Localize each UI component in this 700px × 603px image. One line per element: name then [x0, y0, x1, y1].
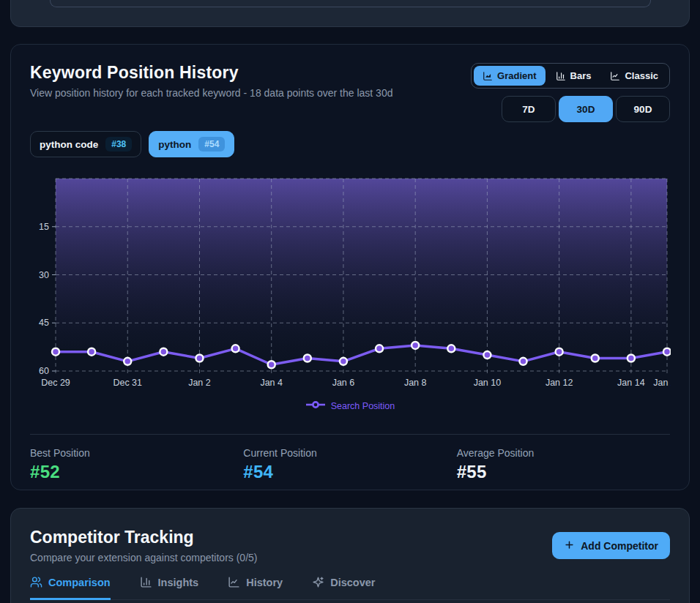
chart-data-point[interactable] — [304, 354, 311, 362]
page-subtitle: View position history for each tracked k… — [30, 87, 392, 99]
current-position-stat: Current Position #54 — [243, 447, 456, 482]
chart-data-point[interactable] — [232, 345, 239, 352]
keyword-chip-label: python — [158, 139, 191, 150]
position-stats-row: Best Position #52 Current Position #54 A… — [30, 447, 670, 482]
add-competitor-label: Add Competitor — [581, 540, 658, 552]
chart-data-point[interactable] — [592, 354, 599, 362]
competitor-card-heading: Competitor Tracking Compare your extensi… — [30, 528, 257, 563]
chart-data-point[interactable] — [520, 358, 527, 365]
x-axis-tick-label: Jan 2 — [188, 378, 211, 388]
range-90d-button[interactable]: 90D — [616, 96, 670, 122]
chart-data-point[interactable] — [52, 348, 59, 356]
tab-label: Comparison — [48, 577, 111, 588]
view-mode-toggle-group: Gradient Bars Classic — [471, 63, 670, 89]
legend-line-dot-icon — [305, 400, 326, 411]
y-axis-tick-label: 15 — [39, 222, 49, 232]
chart-data-point[interactable] — [376, 345, 383, 352]
x-axis-tick-label: Jan 8 — [404, 378, 427, 388]
keyword-chip-label: python code — [40, 139, 98, 150]
y-axis-tick-label: 60 — [39, 366, 49, 376]
top-partial-card — [10, 0, 690, 27]
x-axis-tick-label: Jan 14 — [617, 378, 645, 388]
competitor-tabs: Comparison Insights History Discover — [30, 576, 670, 600]
chart-data-point[interactable] — [160, 348, 167, 356]
tab-discover[interactable]: Discover — [312, 576, 375, 600]
stat-label: Best Position — [30, 447, 243, 459]
x-axis-tick-label: Jan 6 — [332, 378, 355, 388]
x-axis-tick-label: Jan 12 — [546, 378, 573, 388]
view-mode-gradient-button[interactable]: Gradient — [474, 66, 545, 86]
x-axis-tick-label: Dec 31 — [113, 378, 142, 388]
view-mode-label: Bars — [570, 70, 592, 81]
page-title: Keyword Position History — [30, 63, 392, 83]
stat-value: #52 — [30, 462, 243, 482]
chart-data-point[interactable] — [663, 348, 671, 356]
competitor-tracking-card: Competitor Tracking Compare your extensi… — [10, 508, 690, 603]
bar-chart-icon — [556, 71, 566, 81]
stat-label: Current Position — [243, 447, 456, 459]
chart-legend: Search Position — [30, 400, 670, 411]
stat-value: #55 — [457, 462, 670, 482]
chart-data-point[interactable] — [340, 358, 347, 365]
keyword-rank-badge: #38 — [105, 137, 132, 151]
chart-data-point[interactable] — [124, 358, 131, 365]
top-partial-card-inner-panel — [50, 0, 651, 7]
stat-label: Average Position — [457, 447, 670, 459]
range-7d-button[interactable]: 7D — [502, 96, 556, 122]
chart-data-point[interactable] — [447, 345, 455, 352]
view-mode-classic-button[interactable]: Classic — [601, 66, 667, 86]
view-mode-bars-button[interactable]: Bars — [547, 66, 600, 86]
keyword-chip-python-code[interactable]: python code #38 — [30, 131, 141, 157]
chart-data-point[interactable] — [628, 354, 635, 362]
line-chart-icon — [228, 576, 240, 588]
x-axis-tick-label: Jan 10 — [474, 378, 502, 388]
range-30d-button[interactable]: 30D — [559, 96, 613, 122]
x-axis-tick-label: Dec 29 — [41, 378, 70, 388]
keyword-card-heading: Keyword Position History View position h… — [30, 63, 392, 99]
line-chart-icon — [610, 71, 620, 81]
keyword-chips-row: python code #38 python #54 — [30, 131, 670, 157]
section-title: Competitor Tracking — [30, 528, 257, 547]
tab-comparison[interactable]: Comparison — [30, 576, 111, 600]
chart-data-point[interactable] — [268, 361, 275, 368]
tab-history[interactable]: History — [228, 576, 283, 600]
sparkles-icon — [312, 576, 324, 588]
best-position-stat: Best Position #52 — [30, 447, 243, 482]
chart-data-point[interactable] — [556, 348, 563, 356]
chart-svg: 15304560Dec 29Dec 31Jan 2Jan 4Jan 6Jan 8… — [30, 176, 671, 392]
tab-label: Discover — [330, 577, 375, 588]
chart-area-fill — [56, 179, 667, 364]
x-axis-tick-label: Jan 22 — [653, 378, 671, 388]
view-mode-label: Classic — [625, 70, 658, 81]
area-chart-icon — [483, 71, 493, 81]
tab-insights[interactable]: Insights — [140, 576, 199, 600]
average-position-stat: Average Position #55 — [457, 447, 670, 482]
y-axis-tick-label: 45 — [39, 318, 49, 328]
y-axis-tick-label: 30 — [39, 270, 49, 280]
section-subtitle: Compare your extension against competito… — [30, 552, 257, 563]
chart-data-point[interactable] — [483, 351, 491, 359]
x-axis-tick-label: Jan 4 — [260, 378, 283, 388]
stat-value: #54 — [243, 462, 456, 482]
keyword-rank-badge: #54 — [198, 137, 225, 151]
plus-icon — [564, 539, 575, 553]
users-icon — [30, 576, 42, 588]
time-range-group: 7D 30D 90D — [502, 96, 670, 122]
stats-divider — [30, 434, 670, 435]
chart-data-point[interactable] — [412, 342, 419, 349]
chart-controls: Gradient Bars Classic — [471, 63, 670, 122]
keyword-position-history-card: Keyword Position History View position h… — [10, 44, 690, 490]
tab-label: History — [246, 577, 283, 588]
bar-chart-icon — [140, 576, 152, 588]
legend-label: Search Position — [331, 401, 395, 411]
add-competitor-button[interactable]: Add Competitor — [552, 532, 670, 559]
tab-label: Insights — [158, 577, 199, 588]
keyword-chip-python[interactable]: python #54 — [149, 131, 234, 157]
view-mode-label: Gradient — [497, 70, 536, 81]
page: Keyword Position History View position h… — [0, 0, 700, 603]
chart-data-point[interactable] — [88, 348, 95, 356]
chart-data-point[interactable] — [196, 354, 203, 362]
position-history-chart: 15304560Dec 29Dec 31Jan 2Jan 4Jan 6Jan 8… — [30, 176, 670, 394]
